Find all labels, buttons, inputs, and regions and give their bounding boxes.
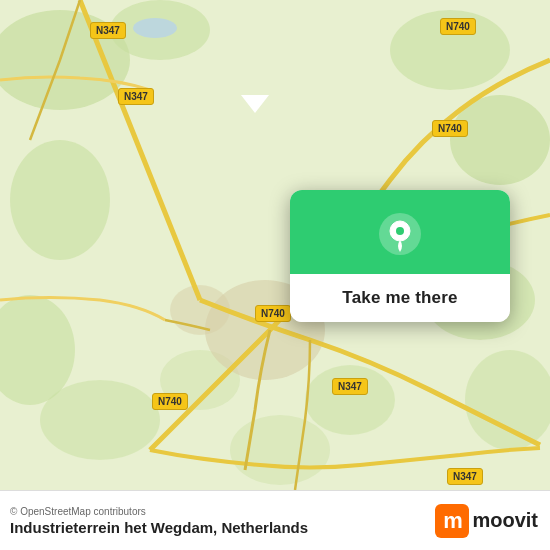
road-label-n740-bottom-left: N740 <box>152 393 188 410</box>
road-label-n347-bottom: N347 <box>332 378 368 395</box>
footer-info: © OpenStreetMap contributors Industriete… <box>10 506 308 536</box>
road-label-n347-far: N347 <box>447 468 483 485</box>
road-label-n347-top: N347 <box>90 22 126 39</box>
map[interactable]: N347 N347 N740 N740 N740 N740 N740 N347 … <box>0 0 550 490</box>
svg-point-16 <box>133 18 177 38</box>
popup-card: Take me there <box>145 95 365 113</box>
svg-point-10 <box>40 380 160 460</box>
moovit-m-icon: m <box>435 504 469 538</box>
svg-point-11 <box>305 365 395 435</box>
location-popup: Take me there <box>290 190 510 322</box>
road-label-n740-top: N740 <box>440 18 476 35</box>
moovit-brand-text: moovit <box>472 509 538 532</box>
svg-point-19 <box>396 227 404 235</box>
road-label-n740-right: N740 <box>432 120 468 137</box>
popup-arrow <box>241 95 269 113</box>
svg-point-8 <box>10 140 110 260</box>
road-label-n740-bottom-mid: N740 <box>255 305 291 322</box>
moovit-logo: m moovit <box>435 504 538 538</box>
attribution-text: © OpenStreetMap contributors <box>10 506 308 517</box>
footer: © OpenStreetMap contributors Industriete… <box>0 490 550 550</box>
svg-point-12 <box>230 415 330 485</box>
take-me-there-button[interactable]: Take me there <box>290 274 510 322</box>
popup-header <box>290 190 510 274</box>
location-pin-icon <box>378 212 422 256</box>
location-title: Industrieterrein het Wegdam, Netherlands <box>10 519 308 536</box>
